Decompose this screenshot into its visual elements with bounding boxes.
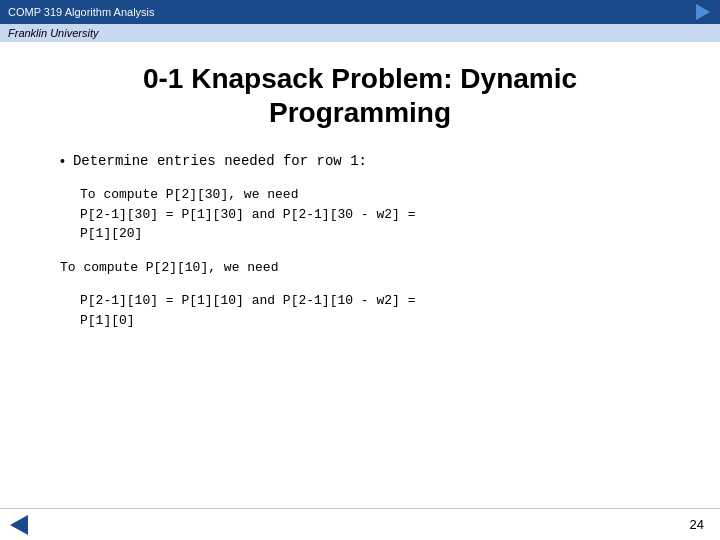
code-block-3: P[2-1][10] = P[1][10] and P[2-1][10 - w2…: [80, 291, 660, 330]
top-bar: COMP 319 Algorithm Analysis: [0, 0, 720, 24]
code-block-2: To compute P[2][10], we need: [60, 258, 660, 278]
code-block-1: To compute P[2][30], we need P[2-1][30] …: [80, 185, 660, 244]
code-line: P[1][0]: [80, 311, 660, 331]
bullet-text: Determine entries needed for row 1:: [73, 153, 367, 169]
main-content: 0-1 Knapsack Problem: Dynamic Programmin…: [0, 42, 720, 358]
top-bar-arrow-icon: [696, 4, 710, 20]
code-line: P[2-1][10] = P[1][10] and P[2-1][10 - w2…: [80, 291, 660, 311]
university-bar: Franklin University: [0, 24, 720, 42]
code-line: To compute P[2][10], we need: [60, 258, 660, 278]
code-line: To compute P[2][30], we need: [80, 185, 660, 205]
course-title: COMP 319 Algorithm Analysis: [8, 6, 155, 18]
code-line: P[1][20]: [80, 224, 660, 244]
slide-title: 0-1 Knapsack Problem: Dynamic Programmin…: [60, 62, 660, 129]
page-number: 24: [690, 517, 704, 532]
bottom-bar: 24: [0, 508, 720, 540]
university-name: Franklin University: [8, 27, 98, 39]
back-arrow-icon[interactable]: [10, 515, 28, 535]
bullet-dot: •: [60, 153, 65, 169]
bullet-item: • Determine entries needed for row 1:: [60, 153, 660, 169]
bullet-section: • Determine entries needed for row 1:: [60, 153, 660, 169]
code-line: P[2-1][30] = P[1][30] and P[2-1][30 - w2…: [80, 205, 660, 225]
